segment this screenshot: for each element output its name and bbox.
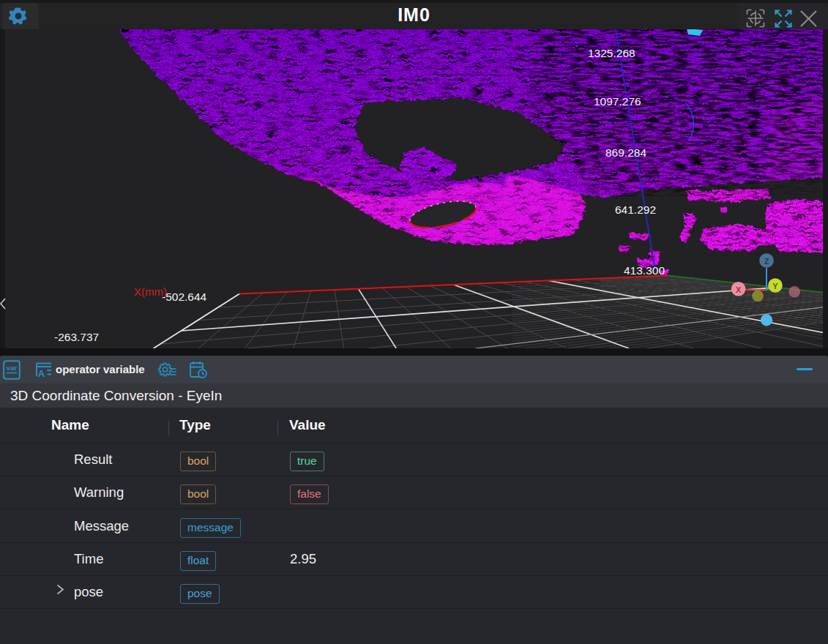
- svg-text:Y: Y: [772, 282, 778, 291]
- svg-text:869.284: 869.284: [605, 146, 646, 159]
- svg-text:1325.268: 1325.268: [588, 47, 635, 59]
- svg-text:A: A: [38, 368, 45, 378]
- svg-text:X: X: [736, 285, 742, 294]
- svg-text:641.292: 641.292: [615, 203, 656, 216]
- svg-text:Z: Z: [764, 257, 769, 266]
- svg-text:var: var: [7, 364, 18, 372]
- svg-text:-502.644: -502.644: [162, 291, 207, 303]
- svg-text:-263.737: -263.737: [54, 331, 99, 343]
- svg-text:413.300: 413.300: [624, 264, 665, 277]
- svg-text:1097.276: 1097.276: [594, 95, 641, 108]
